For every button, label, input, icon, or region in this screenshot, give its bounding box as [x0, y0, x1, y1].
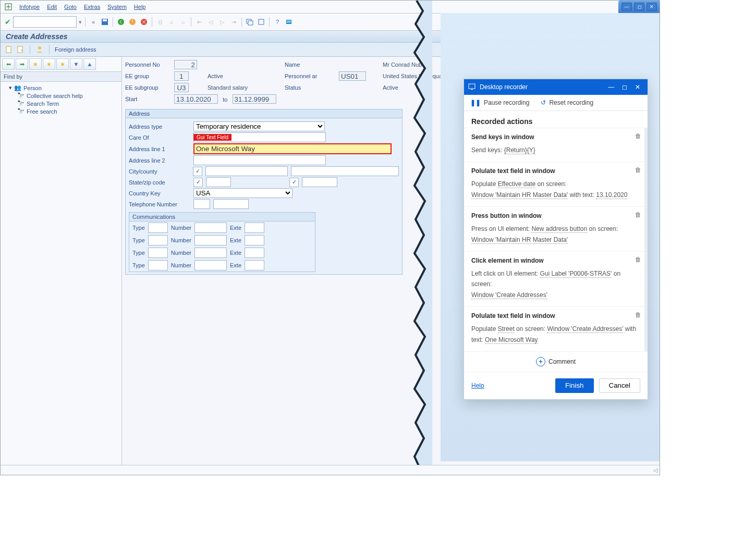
finish-button[interactable]: Finish — [555, 378, 594, 393]
next-page-icon[interactable]: ▷ — [217, 17, 227, 27]
comm-exte-field[interactable] — [245, 223, 264, 233]
to-field[interactable] — [233, 94, 276, 104]
action-param[interactable]: Window 'Create Addresses' — [471, 291, 547, 299]
line1-field[interactable] — [193, 143, 392, 154]
menu-goto[interactable]: Goto — [64, 4, 77, 10]
rec-close-icon[interactable]: ✕ — [632, 81, 643, 93]
comm-exte-field[interactable] — [245, 260, 264, 270]
shortcut-icon[interactable] — [257, 17, 266, 27]
line2-field[interactable] — [193, 155, 326, 165]
delete-action-icon[interactable]: 🗑 — [635, 211, 641, 218]
save-icon[interactable] — [100, 17, 109, 27]
comm-type-field[interactable] — [148, 223, 168, 233]
start-field[interactable] — [174, 94, 218, 104]
nav-fav3-icon[interactable]: ★ — [56, 58, 69, 70]
county-field[interactable] — [291, 166, 399, 176]
nav-fav2-icon[interactable]: ★ — [43, 58, 55, 70]
maximize-icon[interactable]: ◻ — [634, 3, 644, 11]
close-icon[interactable]: ✕ — [647, 3, 657, 11]
tree-freesearch[interactable]: 🔭Free search — [4, 107, 118, 115]
comm-exte-field[interactable] — [245, 235, 264, 245]
comm-type-field[interactable] — [148, 235, 168, 245]
action-param[interactable]: 13.10.2020 — [596, 191, 627, 199]
city-field[interactable] — [205, 166, 288, 176]
delete-action-icon[interactable]: 🗑 — [635, 166, 641, 174]
print-icon[interactable]: ⎙ — [155, 17, 165, 27]
tree-searchterm[interactable]: 🔭Search Term — [4, 100, 118, 107]
ee-subgroup-field[interactable] — [174, 83, 189, 92]
country-select[interactable]: USA — [193, 188, 292, 198]
personnel-ar-field[interactable] — [339, 71, 366, 81]
zip-field[interactable] — [302, 177, 337, 187]
delete-action-icon[interactable]: 🗑 — [635, 256, 641, 263]
prev-page-icon[interactable]: ◁ — [206, 17, 215, 27]
comm-number-field[interactable] — [194, 235, 227, 245]
action-param[interactable]: Window 'Maintain HR Master Data' — [471, 191, 568, 199]
exit-icon[interactable] — [128, 17, 137, 27]
foreign-address-link[interactable]: Foreign address — [55, 46, 96, 53]
action-param[interactable]: Window 'Create Addresses' — [547, 325, 623, 333]
menu-extras[interactable]: Extras — [84, 4, 100, 10]
last-page-icon[interactable]: ⇥ — [229, 17, 238, 27]
app-menu-icon[interactable] — [5, 3, 12, 10]
new-session-icon[interactable] — [245, 17, 254, 27]
enter-icon[interactable]: ✔ — [5, 18, 11, 26]
phone-area-field[interactable] — [193, 199, 210, 209]
doc-right-icon[interactable] — [16, 45, 25, 54]
menu-help[interactable]: Help — [134, 4, 146, 10]
tree-collective[interactable]: 🔭Collective search help — [4, 92, 118, 100]
comm-exte-field[interactable] — [245, 248, 264, 258]
minimize-icon[interactable]: — — [621, 3, 632, 11]
delete-action-icon[interactable]: 🗑 — [635, 132, 641, 140]
comm-type-field[interactable] — [148, 248, 168, 258]
doc-left-icon[interactable] — [5, 45, 13, 54]
action-param[interactable]: Street — [498, 325, 515, 333]
tree-person[interactable]: ▾ 👥 Person — [4, 84, 118, 92]
back-pair-icon[interactable]: « — [89, 17, 98, 27]
find-icon[interactable]: ⌕ — [167, 17, 176, 27]
back-icon[interactable] — [116, 17, 126, 27]
action-param[interactable]: Effective date — [498, 180, 536, 188]
rec-maximize-icon[interactable]: ◻ — [619, 81, 630, 93]
action-param[interactable]: {Return}{Y} — [504, 146, 535, 154]
action-param[interactable]: Gui Label 'P0006-STRAS' — [540, 270, 612, 278]
comm-number-field[interactable] — [194, 223, 227, 233]
menu-edit[interactable]: Edit — [47, 4, 57, 10]
delete-action-icon[interactable]: 🗑 — [635, 311, 641, 318]
menu-infotype[interactable]: Infotype — [19, 4, 40, 10]
cancel-button[interactable]: Cancel — [599, 378, 641, 393]
first-page-icon[interactable]: ⇤ — [194, 17, 204, 27]
menu-system[interactable]: System — [107, 4, 127, 10]
expand-icon[interactable]: ▾ — [9, 84, 12, 91]
reset-recording[interactable]: ↺Reset recording — [541, 99, 593, 106]
nav-back-icon[interactable]: ⬅ — [2, 58, 15, 70]
layout-icon[interactable] — [284, 17, 294, 27]
find-next-icon[interactable]: ⌕ — [178, 17, 188, 27]
address-type-select[interactable]: Temporary residence — [193, 121, 325, 131]
cancel-icon[interactable] — [139, 17, 149, 27]
action-param[interactable]: One Microsoft Way — [485, 336, 538, 344]
state-field[interactable] — [206, 177, 231, 187]
comm-number-field[interactable] — [194, 248, 227, 258]
rec-minimize-icon[interactable]: — — [605, 81, 617, 93]
add-comment[interactable]: + Comment — [464, 351, 648, 372]
action-param[interactable]: Window 'Maintain HR Master Data' — [471, 236, 568, 244]
comm-number-field[interactable] — [194, 260, 227, 270]
nav-expand-icon[interactable]: ▼ — [70, 58, 82, 70]
svg-rect-12 — [18, 46, 22, 53]
command-field[interactable] — [13, 16, 77, 28]
comm-type-field[interactable] — [148, 260, 168, 270]
help-icon[interactable]: ? — [273, 17, 282, 27]
nav-fav1-icon[interactable]: ★ — [29, 58, 42, 70]
personnel-no-field[interactable] — [174, 60, 197, 69]
city-req-icon: ✓ — [193, 167, 202, 176]
resize-grip-icon[interactable]: ◁ — [653, 467, 657, 474]
nav-collapse-icon[interactable]: ▲ — [83, 58, 96, 70]
phone-number-field[interactable] — [213, 199, 249, 209]
pause-recording[interactable]: ❚❚Pause recording — [470, 99, 529, 106]
help-link[interactable]: Help — [471, 382, 484, 389]
action-param[interactable]: New address button — [531, 225, 587, 233]
ee-group-field[interactable] — [174, 71, 189, 81]
nav-fwd-icon[interactable]: ➡ — [16, 58, 28, 70]
person-icon[interactable] — [35, 45, 44, 54]
